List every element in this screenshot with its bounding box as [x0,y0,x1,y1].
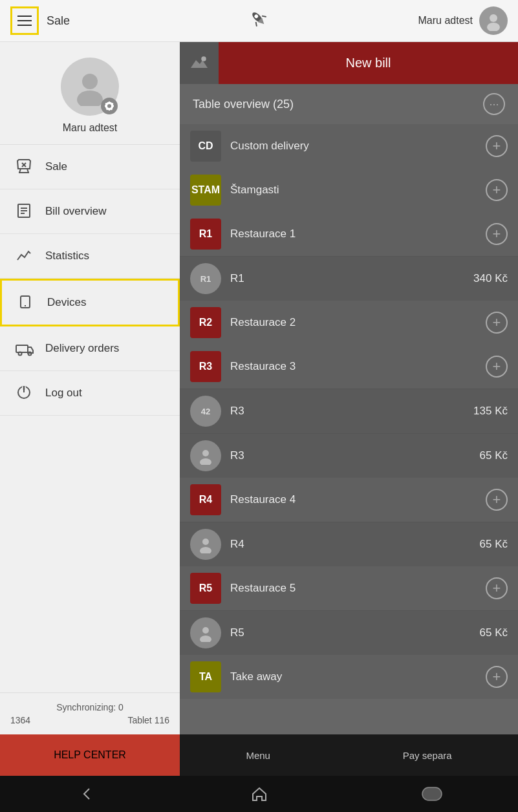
svg-point-29 [202,450,209,456]
right-panel: New bill Table overview (25) ··· CD Cust… [180,42,518,734]
gear-icon[interactable] [101,98,118,114]
pay-separate-label: Pay separa [403,750,452,761]
sidebar: Maru adtest Sale [0,42,180,734]
logout-icon [16,384,34,402]
table-avatar: R1 [190,263,221,294]
table-avatar: 42 [190,396,221,427]
header-center [248,8,271,34]
android-recents-button[interactable] [416,778,448,809]
sidebar-username: Maru adtest [63,122,117,134]
menu-button[interactable] [10,6,39,35]
table-row[interactable]: R4 65 Kč [180,522,518,566]
table-price: 65 Kč [480,449,508,462]
menu-line-3 [17,25,32,26]
table-name: R3 [230,405,464,418]
pay-separate-button[interactable]: Pay separa [390,745,465,766]
statistics-icon [16,247,34,265]
help-center-button[interactable]: HELP CENTER [0,734,180,776]
section-row[interactable]: R1 Restaurace 1 + [180,212,518,256]
table-row[interactable]: R5 65 Kč [180,610,518,655]
add-table-button[interactable]: + [486,666,508,688]
add-table-button[interactable]: + [486,312,508,334]
header-right: Maru adtest [418,6,508,35]
svg-point-30 [200,458,211,465]
svg-point-7 [82,74,98,89]
section-badge: R1 [190,219,221,250]
section-name: Restaurace 5 [230,582,477,595]
svg-point-6 [487,23,500,31]
section-row[interactable]: TA Take away + [180,655,518,699]
section-row[interactable]: R4 Restaurace 4 + [180,478,518,522]
android-back-button[interactable] [71,778,102,809]
add-table-button[interactable]: + [486,356,508,378]
sidebar-item-sale-label: Sale [45,160,67,173]
sidebar-avatar [61,58,119,116]
new-bill-button[interactable]: New bill [219,42,518,84]
section-name: Take away [230,670,477,683]
android-home-button[interactable] [244,778,275,809]
sidebar-user-section: Maru adtest [0,42,180,145]
sidebar-item-bill-label: Bill overview [45,205,106,218]
add-table-button[interactable]: + [486,223,508,245]
svg-point-5 [490,14,497,22]
section-badge: R5 [190,573,221,604]
sidebar-footer: Synchronizing: 0 1364 Tablet 116 [0,692,180,734]
section-name: Restaurace 2 [230,316,477,329]
table-price: 65 Kč [480,538,508,551]
menu-bottom-label: Menu [246,750,270,761]
table-avatar [190,529,221,560]
section-badge: R4 [190,484,221,515]
menu-bottom-button[interactable]: Menu [233,745,283,766]
sidebar-item-logout[interactable]: Log out [0,371,180,416]
section-row[interactable]: R2 Restaurace 2 + [180,301,518,345]
sidebar-item-statistics[interactable]: Statistics [0,234,180,279]
section-row[interactable]: R5 Restaurace 5 + [180,566,518,610]
section-name: Custom delivery [230,140,477,153]
footer-info: 1364 Tablet 116 [10,715,169,725]
svg-point-31 [202,539,209,545]
add-table-button[interactable]: + [486,135,508,157]
add-table-button[interactable]: + [486,179,508,201]
svg-line-4 [262,14,266,19]
sidebar-item-delivery[interactable]: Delivery orders [0,326,180,371]
section-badge: CD [190,131,221,162]
section-row[interactable]: STAM Štamgasti + [180,168,518,212]
svg-point-32 [200,547,211,553]
section-badge: R2 [190,307,221,338]
table-row[interactable]: 42 R3 135 Kč [180,389,518,433]
delivery-icon [16,339,34,358]
menu-line-1 [17,16,32,17]
add-table-button[interactable]: + [486,489,508,511]
sidebar-nav: Sale Bill overview [0,145,180,692]
more-options-button[interactable]: ··· [483,93,505,115]
header-user-name: Maru adtest [418,15,473,27]
table-list: CD Custom delivery + STAM Štamgasti + R1… [180,124,518,734]
right-top-bar: New bill [180,42,518,84]
table-row[interactable]: R3 65 Kč [180,433,518,478]
logo-icon [248,8,271,34]
table-name: R4 [230,538,471,551]
svg-rect-21 [16,345,28,352]
table-row[interactable]: R1 R1 340 Kč [180,256,518,301]
svg-rect-35 [422,787,442,800]
add-table-button[interactable]: + [486,577,508,599]
main-content: Maru adtest Sale [0,42,518,734]
table-price: 340 Kč [473,272,508,285]
footer-left: 1364 [10,715,30,725]
sidebar-item-bill-overview[interactable]: Bill overview [0,189,180,234]
section-row[interactable]: CD Custom delivery + [180,124,518,168]
table-price: 135 Kč [473,405,508,418]
android-nav-bar [0,776,518,812]
table-name: R3 [230,449,471,462]
section-row[interactable]: R3 Restaurace 3 + [180,345,518,389]
section-name: Restaurace 1 [230,228,477,240]
svg-point-22 [19,352,22,356]
header-left: Sale [10,6,70,35]
header-title: Sale [47,14,70,28]
sidebar-item-sale[interactable]: Sale [0,145,180,189]
section-badge: STAM [190,175,221,206]
sidebar-item-devices[interactable]: Devices [0,279,180,326]
header-avatar [479,6,508,35]
section-name: Restaurace 4 [230,493,477,506]
sidebar-item-logout-label: Log out [45,387,82,400]
